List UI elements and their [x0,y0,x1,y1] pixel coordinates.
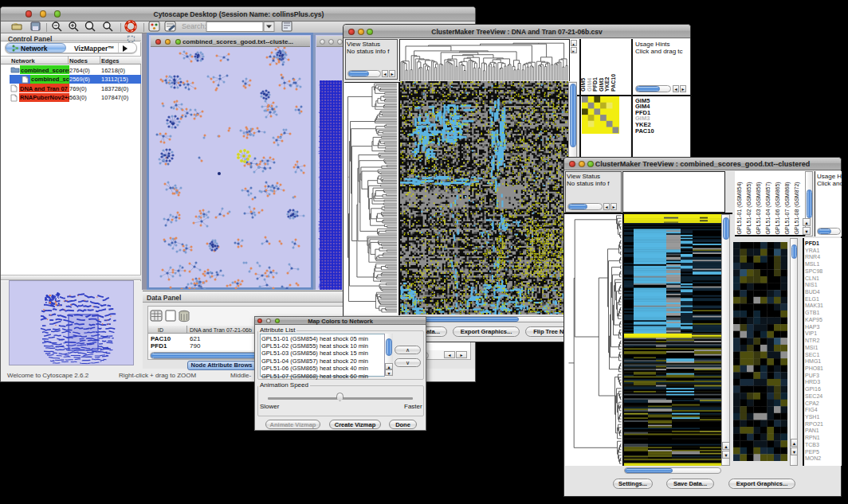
svg-text:Search:: Search: [182,22,206,30]
